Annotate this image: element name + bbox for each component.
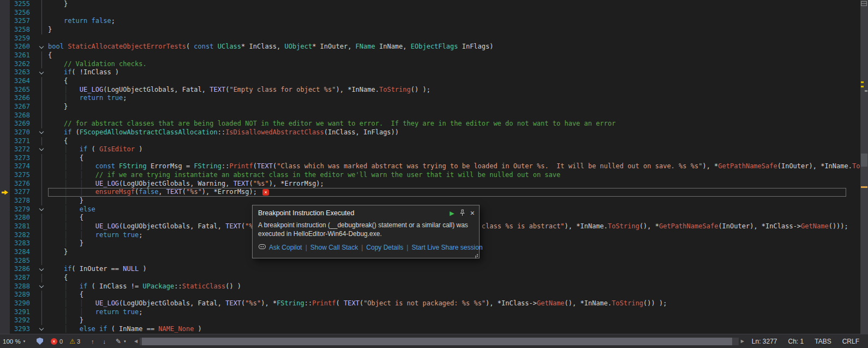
code-text[interactable]: } [48, 26, 860, 34]
tabs-indicator[interactable]: TABS [815, 338, 831, 345]
resize-grip[interactable] [473, 252, 478, 257]
breakpoint-margin[interactable] [0, 325, 10, 334]
fold-collapse-control[interactable] [35, 265, 48, 274]
dialog-link-copy-details[interactable]: Copy Details [366, 244, 403, 251]
code-text[interactable]: │ } [48, 316, 860, 325]
breakpoint-margin[interactable] [0, 68, 10, 77]
code-line[interactable]: 3258} [0, 26, 860, 34]
breakpoint-margin[interactable] [0, 111, 10, 120]
code-line[interactable]: 3277 │ │ ensureMsgf(false, TEXT("%s"), *… [0, 188, 860, 197]
code-line[interactable]: 3266 │ return true; [0, 94, 860, 103]
code-line[interactable]: 3260bool StaticAllocateObjectErrorTests(… [0, 43, 860, 51]
code-line[interactable]: 3263 if( !InClass ) [0, 68, 860, 77]
breakpoint-margin[interactable] [0, 154, 10, 163]
breakpoint-margin[interactable] [0, 180, 10, 188]
code-line[interactable]: 3291 │ │ return true; [0, 308, 860, 317]
code-text[interactable]: │ │ UE_LOG(LogUObjectGlobals, Fatal, TEX… [48, 299, 860, 308]
code-text[interactable]: { [48, 274, 860, 282]
code-text[interactable]: │ if ( GIsEditor ) [48, 145, 860, 154]
code-text[interactable]: { [48, 51, 860, 60]
code-line[interactable]: 3276 │ │ UE_LOG(LogUObjectGlobals, Warni… [0, 180, 860, 188]
breakpoint-margin[interactable] [0, 26, 10, 34]
vertical-scrollbar[interactable] [860, 0, 868, 334]
breakpoint-margin[interactable] [0, 188, 10, 197]
breakpoint-margin[interactable] [0, 77, 10, 86]
code-text[interactable]: │ │ // if we are trying instantiate an a… [48, 171, 860, 180]
code-text[interactable] [48, 111, 860, 120]
breakpoint-margin[interactable] [0, 171, 10, 180]
hscroll-left-arrow[interactable]: ◀ [134, 339, 137, 344]
code-text[interactable]: // for abstract classes that are being l… [48, 120, 860, 128]
breakpoint-margin[interactable] [0, 214, 10, 222]
breakpoint-margin[interactable] [0, 86, 10, 95]
breakpoint-margin[interactable] [0, 128, 10, 137]
fold-collapse-control[interactable] [35, 68, 48, 77]
breakpoint-margin[interactable] [0, 137, 10, 146]
code-line[interactable]: 3278 │ } [0, 197, 860, 205]
horizontal-scrollbar-thumb[interactable] [142, 338, 732, 345]
code-text[interactable]: │ } [48, 197, 860, 205]
breakpoint-margin[interactable] [0, 0, 10, 9]
breakpoint-margin[interactable] [0, 239, 10, 248]
code-text[interactable]: if( InOuter == NULL ) [48, 265, 860, 274]
code-text[interactable]: } [48, 103, 860, 111]
fold-collapse-control[interactable] [35, 145, 48, 154]
hscroll-right-arrow[interactable]: ▶ [741, 339, 744, 344]
previous-issue-button[interactable]: ↑ [91, 338, 94, 345]
code-text[interactable]: │ else if ( InName == NAME_None ) [48, 325, 860, 334]
code-text[interactable]: │ if ( InClass != UPackage::StaticClass(… [48, 282, 860, 291]
code-text[interactable]: bool StaticAllocateObjectErrorTests( con… [48, 43, 860, 51]
code-line[interactable]: 3262 // Validation checks. [0, 60, 860, 69]
track-changes-button[interactable]: ✎ ▼ [116, 338, 127, 345]
breakpoint-margin[interactable] [0, 222, 10, 231]
code-line[interactable]: 3265 │ UE_LOG(LogUObjectGlobals, Fatal, … [0, 86, 860, 95]
document-health-icon[interactable] [37, 338, 43, 345]
fold-collapse-control[interactable] [35, 128, 48, 137]
code-line[interactable]: 3261{ [0, 51, 860, 60]
split-editor-handle[interactable] [861, 1, 867, 6]
breakpoint-margin[interactable] [0, 9, 10, 17]
fold-collapse-control[interactable] [35, 205, 48, 214]
code-line[interactable]: 3293 │ else if ( InName == NAME_None ) [0, 325, 860, 334]
breakpoint-margin[interactable] [0, 265, 10, 274]
code-text[interactable]: } [48, 0, 860, 9]
breakpoint-margin[interactable] [0, 17, 10, 26]
fold-collapse-control[interactable] [35, 43, 48, 51]
pin-icon[interactable] [459, 209, 465, 217]
breakpoint-margin[interactable] [0, 274, 10, 282]
breakpoint-margin[interactable] [0, 231, 10, 240]
code-line[interactable]: 3272 │ if ( GIsEditor ) [0, 145, 860, 154]
code-area[interactable]: 3255 }32563257 return false;3258}3259326… [0, 0, 860, 334]
code-line[interactable]: 3259 [0, 34, 860, 43]
code-line[interactable]: 3270 if (FScopedAllowAbstractClassAlloca… [0, 128, 860, 137]
close-icon[interactable]: × [470, 210, 475, 216]
dialog-link-show-call-stack[interactable]: Show Call Stack [310, 244, 358, 251]
code-line[interactable]: 3269 // for abstract classes that are be… [0, 120, 860, 128]
code-line[interactable]: 3287 { [0, 274, 860, 282]
continue-execution-icon[interactable]: ▶ [450, 210, 454, 216]
code-text[interactable]: │ │ const FString ErrorMsg = FString::Pr… [48, 162, 860, 171]
code-text[interactable]: return false; [48, 17, 860, 26]
breakpoint-margin[interactable] [0, 257, 10, 266]
code-line[interactable]: 3290 │ │ UE_LOG(LogUObjectGlobals, Fatal… [0, 299, 860, 308]
code-text[interactable]: // Validation checks. [48, 60, 860, 69]
breakpoint-margin[interactable] [0, 248, 10, 257]
code-text[interactable] [48, 34, 860, 43]
code-text[interactable]: if (FScopedAllowAbstractClassAllocation:… [48, 128, 860, 137]
code-text[interactable]: │ { [48, 291, 860, 299]
vertical-scrollbar-thumb[interactable] [861, 154, 867, 167]
fold-collapse-control[interactable] [35, 282, 48, 291]
code-text[interactable]: if( !InClass ) [48, 68, 860, 77]
breakpoint-margin[interactable] [0, 299, 10, 308]
zoom-control[interactable]: 100 % ▼ [3, 338, 31, 345]
breakpoint-margin[interactable] [0, 103, 10, 111]
breakpoint-margin[interactable] [0, 94, 10, 103]
breakpoint-margin[interactable] [0, 120, 10, 128]
breakpoint-margin[interactable] [0, 282, 10, 291]
code-text[interactable] [48, 9, 860, 17]
code-line[interactable]: 3292 │ } [0, 316, 860, 325]
code-line[interactable]: 3271 { [0, 137, 860, 146]
code-line[interactable]: 3268 [0, 111, 860, 120]
code-line[interactable]: 3289 │ { [0, 291, 860, 299]
breakpoint-margin[interactable] [0, 205, 10, 214]
